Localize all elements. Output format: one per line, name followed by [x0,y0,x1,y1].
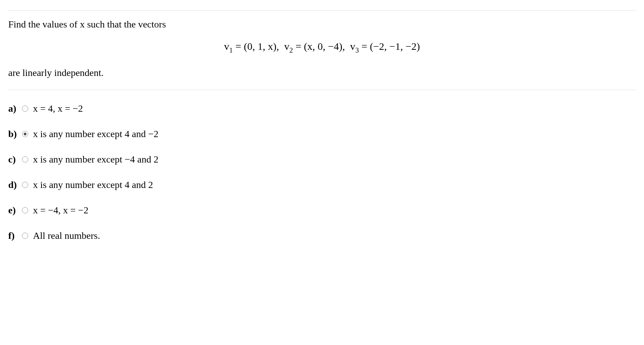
option-text: x is any number except −4 and 2 [33,154,158,165]
option-a[interactable]: a) x = 4, x = −2 [8,103,636,114]
option-f[interactable]: f) All real numbers. [8,230,636,241]
option-text: All real numbers. [33,230,100,241]
option-e[interactable]: e) x = −4, x = −2 [8,205,636,216]
question-stem: Find the values of x such that the vecto… [8,11,636,90]
radio-icon[interactable] [22,182,28,188]
option-label: e) [8,205,22,216]
options-list: a) x = 4, x = −2 b) x is any number exce… [8,90,636,241]
prompt-part2: are linearly independent. [8,67,104,78]
option-text: x is any number except 4 and 2 [33,179,153,190]
radio-icon[interactable] [22,207,28,213]
option-text: x = −4, x = −2 [33,205,88,216]
option-label: a) [8,103,22,114]
option-label: c) [8,154,22,165]
prompt-text-2: are linearly independent. [8,66,636,79]
prompt-text-1: Find the values of x such that the vecto… [8,18,636,31]
radio-icon[interactable] [22,131,28,137]
option-d[interactable]: d) x is any number except 4 and 2 [8,179,636,190]
option-label: b) [8,129,22,140]
option-c[interactable]: c) x is any number except −4 and 2 [8,154,636,165]
option-text: x = 4, x = −2 [33,103,83,114]
prompt-part1: Find the values of x such that the vecto… [8,19,166,30]
vectors-equation: v1 = (0, 1, x), v2 = (x, 0, −4), v3 = (−… [8,41,636,54]
option-b[interactable]: b) x is any number except 4 and −2 [8,129,636,140]
radio-icon[interactable] [22,156,28,163]
option-text: x is any number except 4 and −2 [33,129,158,140]
question-container: Find the values of x such that the vecto… [8,10,636,241]
option-label: f) [8,230,22,241]
radio-icon[interactable] [22,233,28,239]
option-label: d) [8,179,22,190]
radio-icon[interactable] [22,105,28,112]
